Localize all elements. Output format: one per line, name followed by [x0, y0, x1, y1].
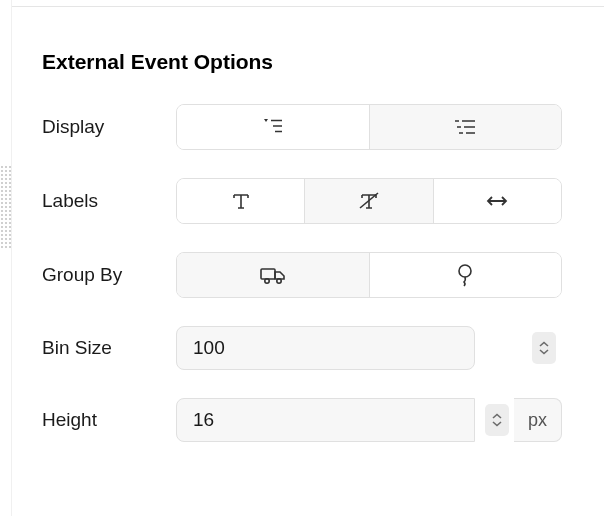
section-title: External Event Options	[42, 50, 562, 74]
display-row: Display	[42, 104, 562, 150]
bin-size-stepper[interactable]	[532, 332, 556, 364]
display-label: Display	[42, 116, 152, 138]
display-option-expanded[interactable]	[369, 105, 562, 149]
svg-marker-0	[264, 119, 268, 122]
bin-size-input-container	[176, 326, 562, 370]
text-icon	[231, 191, 251, 211]
group-by-option-truck[interactable]	[177, 253, 369, 297]
chevron-up-icon	[538, 341, 550, 348]
group-by-option-balloon[interactable]	[369, 253, 562, 297]
truck-icon	[259, 265, 287, 285]
svg-point-25	[459, 265, 471, 277]
height-input[interactable]	[176, 398, 475, 442]
labels-option-horizontal[interactable]	[433, 179, 561, 223]
svg-point-24	[277, 279, 281, 283]
balloon-icon	[455, 263, 475, 287]
collapse-list-icon	[262, 118, 284, 136]
dotted-texture	[0, 165, 12, 250]
height-unit-suffix: px	[514, 398, 562, 442]
labels-row: Labels	[42, 178, 562, 224]
svg-rect-22	[261, 269, 275, 279]
labels-option-no-text[interactable]	[304, 179, 432, 223]
chevron-down-icon	[491, 420, 503, 427]
labels-option-text[interactable]	[177, 179, 304, 223]
display-option-compact[interactable]	[177, 105, 369, 149]
bin-size-row: Bin Size	[42, 326, 562, 370]
expanded-list-icon	[453, 119, 477, 135]
horizontal-arrows-icon	[485, 194, 509, 208]
height-input-container	[176, 398, 515, 442]
group-by-segmented-control	[176, 252, 562, 298]
top-divider	[12, 6, 604, 7]
display-segmented-control	[176, 104, 562, 150]
bin-size-label: Bin Size	[42, 337, 152, 359]
text-strikethrough-icon	[358, 191, 380, 211]
labels-segmented-control	[176, 178, 562, 224]
left-edge-gutter	[0, 0, 12, 516]
labels-label: Labels	[42, 190, 152, 212]
group-by-label: Group By	[42, 264, 152, 286]
height-row: Height px	[42, 398, 562, 442]
bin-size-input[interactable]	[176, 326, 475, 370]
svg-point-23	[265, 279, 269, 283]
height-label: Height	[42, 409, 152, 431]
chevron-up-icon	[491, 413, 503, 420]
height-stepper[interactable]	[485, 404, 509, 436]
chevron-down-icon	[538, 348, 550, 355]
external-event-options-panel: External Event Options Display	[0, 0, 604, 472]
group-by-row: Group By	[42, 252, 562, 298]
